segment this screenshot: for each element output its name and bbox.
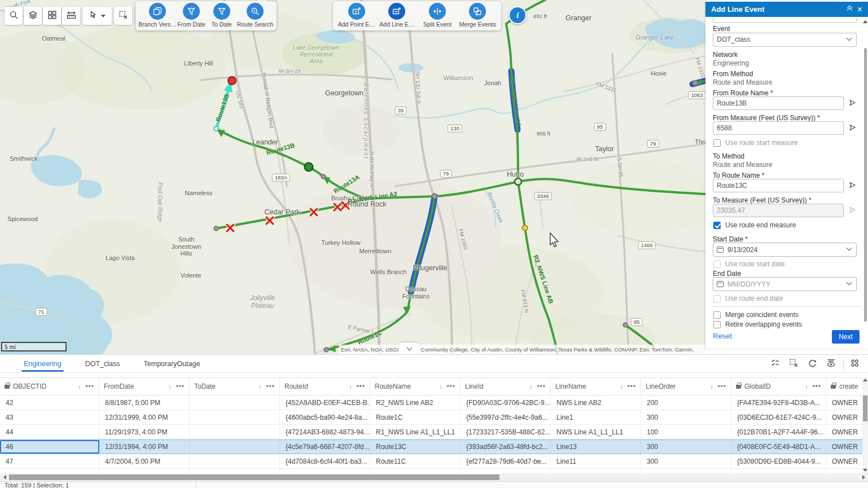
sort-icon[interactable]: ↕ (710, 384, 713, 390)
clear-table-selection-button[interactable] (786, 357, 801, 372)
column-menu-icon[interactable]: ••• (176, 383, 185, 390)
column-header-objectid[interactable]: OBJECTID↕••• (0, 378, 99, 395)
table-row[interactable]: 428/8/1987, 5:00 PM{452A9ABD-E0EF-4CEB-B… (0, 395, 868, 410)
toolbar-route-filters: Branch Vers… From Date To Date Route Sea… (135, 1, 277, 30)
scroll-down-icon[interactable] (863, 469, 867, 472)
scale-label: 5 mi (5, 344, 16, 350)
panel-scrollbar[interactable] (864, 48, 867, 322)
lock-icon (736, 385, 741, 389)
table-horizontal-scrollbar[interactable] (0, 473, 868, 481)
to-route-name-input[interactable]: Route13C (713, 179, 844, 192)
use-route-end-measure-checkbox[interactable]: Use route end measure (713, 221, 796, 229)
column-menu-icon[interactable]: ••• (537, 383, 546, 390)
column-header-lineid[interactable]: LineId↕••• (461, 378, 551, 395)
red-point-marker[interactable] (228, 77, 236, 85)
table-row[interactable]: 4411/29/1973, 4:00 PM{47214AB3-6882-4873… (0, 425, 868, 439)
merge-coincident-events-checkbox[interactable]: Merge coincident events (713, 311, 799, 319)
table-options-button[interactable] (847, 357, 862, 372)
junction-ring-marker (515, 178, 521, 185)
split-event-button[interactable]: Split Event (419, 3, 456, 28)
route-search-icon (247, 3, 264, 20)
from-date-button[interactable]: From Date (176, 3, 207, 28)
from-measure-input[interactable]: 6588 (713, 121, 844, 135)
info-button[interactable]: i (508, 6, 527, 24)
select-button[interactable] (82, 7, 112, 25)
from-route-name-input[interactable]: Route13B (713, 96, 844, 110)
column-menu-icon[interactable]: ••• (717, 383, 726, 390)
column-menu-icon[interactable]: ••• (356, 383, 365, 390)
scroll-up-icon[interactable] (863, 379, 867, 381)
start-date-input[interactable]: 9/13/2024 (713, 243, 857, 257)
sort-icon[interactable]: ↕ (78, 384, 81, 390)
table-row[interactable]: 474/7/2004, 5:00 PM{4d7084c8-6cf4-40f1-b… (0, 454, 868, 469)
select-dropdown-caret[interactable] (101, 15, 106, 17)
column-menu-icon[interactable]: ••• (812, 383, 821, 390)
column-header-linename[interactable]: LineName↕••• (551, 378, 641, 395)
scroll-left-button[interactable] (0, 473, 9, 481)
sort-icon[interactable]: ↕ (168, 384, 171, 390)
sort-icon[interactable]: ↕ (349, 384, 352, 390)
use-route-start-measure-checkbox[interactable]: Use route start measure (713, 139, 798, 147)
column-header-routename[interactable]: RouteName↕••• (370, 378, 461, 395)
show-selected-records-button[interactable] (768, 357, 783, 372)
next-button[interactable]: Next (832, 330, 860, 344)
vertical-scroll-thumb[interactable] (863, 395, 867, 421)
route-search-button[interactable]: Route Search (237, 3, 273, 28)
column-menu-icon[interactable]: ••• (266, 383, 275, 390)
branch-versions-button[interactable]: Branch Vers… (139, 3, 176, 28)
map-canvas[interactable]: Oatmeal Liberty Hill Smithwick Nameless … (0, 0, 705, 354)
sort-icon[interactable]: ↕ (529, 384, 532, 390)
to-date-funnel-icon (213, 3, 230, 20)
reset-button[interactable]: Reset (713, 332, 732, 340)
visible-fields-button[interactable] (823, 357, 839, 372)
retire-overlapping-events-checkbox[interactable]: Retire overlapping events (713, 320, 802, 328)
column-header-lineorder[interactable]: LineOrder↕••• (641, 378, 731, 395)
checkbox-icon (713, 311, 721, 319)
scroll-right-button[interactable] (859, 473, 868, 481)
end-date-input[interactable]: MM/DD/YYYY (713, 277, 857, 291)
column-menu-icon[interactable]: ••• (85, 383, 94, 390)
column-menu-icon[interactable]: ••• (627, 383, 636, 390)
sort-icon[interactable]: ↕ (805, 384, 808, 390)
tab-dot-class[interactable]: DOT_class (85, 355, 120, 373)
layers-button[interactable] (24, 7, 42, 25)
from-route-name-label: From Route Name * (713, 89, 773, 97)
add-point-event-button[interactable]: Add Point E… (338, 3, 375, 28)
merge-events-button[interactable]: Merge Events (459, 3, 496, 28)
tab-engineering[interactable]: Engineering (24, 355, 62, 373)
from-measure-pick-on-map-button[interactable] (848, 124, 857, 133)
close-panel-button[interactable]: × (857, 5, 862, 14)
sort-icon[interactable]: ↕ (258, 384, 261, 390)
tab-temporaryoutage[interactable]: TemporaryOutage (144, 355, 200, 373)
column-header-create[interactable]: create (826, 378, 868, 395)
column-header-routeid[interactable]: RouteId↕••• (280, 378, 370, 395)
clear-selection-button[interactable] (114, 7, 132, 25)
from-route-pick-on-map-button[interactable] (848, 99, 857, 108)
column-header-fromdate[interactable]: FromDate↕••• (99, 378, 190, 395)
horizontal-scroll-thumb[interactable] (9, 474, 499, 480)
table-collapse-tab[interactable] (398, 342, 420, 354)
refresh-button[interactable] (805, 357, 820, 372)
sort-icon[interactable]: ↕ (439, 384, 442, 390)
column-menu-icon[interactable]: ••• (446, 383, 455, 390)
to-date-button[interactable]: To Date (207, 3, 237, 28)
yellow-point-marker[interactable] (522, 225, 528, 231)
event-select[interactable]: DOT_class (713, 33, 857, 47)
network-value: Engineering (713, 59, 749, 67)
to-route-pick-on-map-button[interactable] (848, 181, 857, 190)
table-row[interactable]: 4312/31/1999, 4:00 PM{4600abc5-ba90-4e24… (0, 410, 868, 425)
measure-button[interactable] (62, 7, 80, 25)
sort-icon[interactable]: ↕ (620, 384, 622, 390)
table-vertical-scrollbar[interactable] (862, 377, 868, 473)
branch-versions-icon (149, 3, 166, 20)
panel-scroll-up-arrow[interactable] (863, 20, 867, 23)
column-header-globalid[interactable]: GlobalID↕••• (731, 378, 826, 395)
add-line-event-button[interactable]: Add Line E… (378, 3, 415, 28)
green-point-marker[interactable] (305, 163, 313, 172)
basemap-grid-button[interactable] (43, 7, 61, 25)
table-row-selected[interactable]: 4612/31/1994, 4:00 PM{4c5e79a6-6687-4207… (0, 439, 868, 454)
collapse-panel-button[interactable] (848, 6, 852, 12)
search-button[interactable] (5, 7, 23, 25)
column-header-todate[interactable]: ToDate↕••• (190, 378, 280, 395)
measure-icon (67, 10, 76, 22)
